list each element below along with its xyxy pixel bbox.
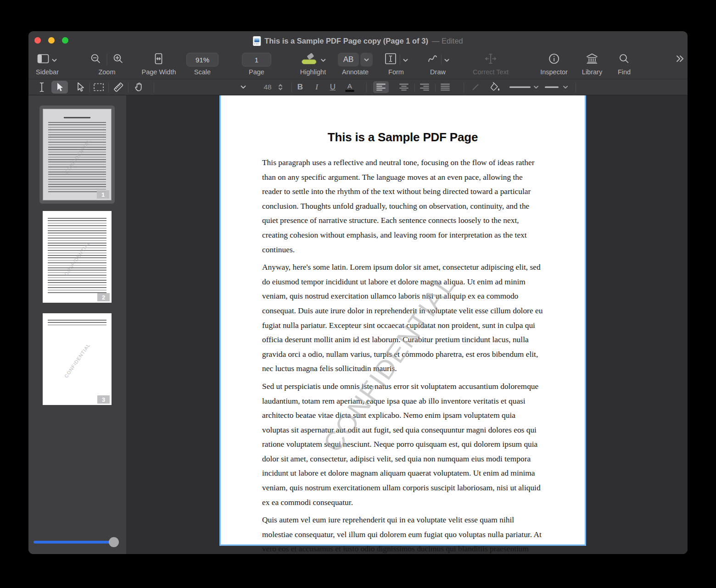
highlighter-icon[interactable]: [300, 53, 318, 67]
draw-group: Draw: [426, 51, 449, 76]
traffic-lights: [34, 37, 68, 44]
shape-divider: [464, 83, 464, 93]
document-title: This is a Sample PDF Page: [262, 130, 543, 144]
library-label: Library: [582, 68, 602, 76]
text-color-button[interactable]: A: [346, 83, 354, 92]
mini-watermark: CONFIDENTIAL: [63, 342, 91, 379]
select-tool-button-active[interactable]: [51, 81, 68, 94]
zoom-out-icon[interactable]: [90, 53, 101, 66]
fill-color-bucket-icon[interactable]: [489, 82, 500, 92]
page-number-badge: 3: [97, 395, 110, 404]
end-divider: [576, 83, 576, 93]
document-body: This paragraph uses a reflective and neu…: [262, 155, 544, 554]
underline-button[interactable]: U: [330, 83, 336, 92]
library-bank-icon[interactable]: [586, 53, 599, 67]
paragraph: Quis autem vel eum iure reprehenderit qu…: [262, 513, 544, 554]
draw-squiggle-icon[interactable]: [426, 53, 438, 66]
line-thickness-chevron-down-icon[interactable]: [534, 86, 539, 89]
zoom-in-icon[interactable]: [113, 53, 124, 66]
align-center-button[interactable]: [399, 83, 409, 91]
current-text-color-swatch: [346, 90, 354, 92]
scale-group: 91% Scale: [186, 51, 218, 76]
find-search-icon[interactable]: [619, 53, 630, 66]
line-style-chevron-down-icon[interactable]: [563, 86, 568, 89]
draw-label: Draw: [430, 68, 446, 76]
minimize-window-button[interactable]: [48, 37, 55, 44]
draw-divider: [441, 55, 442, 65]
select-outline-tool-icon[interactable]: [76, 82, 84, 92]
highlight-group: Highlight: [300, 51, 326, 76]
thumbnail-page-3[interactable]: CONFIDENTIAL 3: [43, 313, 112, 405]
thumbnail-size-slider-track[interactable]: [34, 541, 115, 544]
align-sep-2: [435, 83, 436, 92]
form-field-icon[interactable]: [384, 52, 397, 67]
align-left-button-active[interactable]: [373, 81, 389, 93]
font-size-stepper[interactable]: [278, 83, 283, 91]
italic-button[interactable]: I: [315, 83, 318, 92]
thumbnail-page-1[interactable]: CONFIDENTIAL 1: [43, 109, 112, 200]
highlight-chevron-down-icon[interactable]: [320, 55, 325, 64]
correct-text-group: Correct Text: [473, 51, 509, 76]
scale-label: Scale: [194, 68, 211, 76]
scale-value-button[interactable]: 91%: [186, 53, 218, 67]
find-group: Find: [618, 51, 631, 76]
thumbnail-page-2[interactable]: CONFIDENTIAL 2: [43, 211, 112, 303]
hand-tool-icon[interactable]: [133, 82, 144, 93]
sidebar-toggle-button[interactable]: [37, 54, 49, 66]
annotate-button[interactable]: AB: [338, 53, 359, 67]
inspector-label: Inspector: [540, 68, 568, 76]
thumbnail-sidebar: CONFIDENTIAL 1 CONFIDENTIAL 2 CONFIDENTI…: [28, 95, 126, 554]
page-number-badge: 1: [97, 190, 109, 199]
more-toolbar-items-icon[interactable]: [676, 55, 685, 64]
window-edited-status: — Edited: [432, 37, 463, 45]
annotate-label: Annotate: [342, 68, 369, 76]
ruler-tool-icon[interactable]: [112, 81, 124, 93]
zoom-label: Zoom: [98, 68, 115, 76]
bold-button[interactable]: B: [297, 83, 303, 92]
fullscreen-window-button[interactable]: [62, 37, 68, 44]
paragraph: Sed ut perspiciatis unde omnis iste natu…: [262, 379, 544, 510]
annotate-chevron-down-icon[interactable]: [360, 53, 373, 67]
stroke-style-icon: [471, 83, 480, 91]
find-label: Find: [618, 68, 631, 76]
form-label: Form: [388, 68, 404, 76]
tools-divider-2: [108, 83, 109, 93]
page-number-button[interactable]: 1: [242, 53, 271, 67]
pdf-page-1[interactable]: This is a Sample PDF Page This paragraph…: [219, 95, 586, 546]
mini-title-line: [64, 117, 90, 118]
page-group: 1 Page: [242, 51, 271, 76]
font-family-chevron-down-icon[interactable]: [241, 85, 246, 89]
form-divider: [400, 55, 400, 65]
close-window-button[interactable]: [34, 37, 41, 44]
document-canvas[interactable]: This is a Sample PDF Page This paragraph…: [126, 95, 688, 554]
correct-text-icon: [484, 53, 498, 67]
titlebar: This is a Sample PDF Page copy (Page 1 o…: [28, 31, 688, 50]
align-right-button[interactable]: [420, 83, 430, 91]
draw-chevron-down-icon[interactable]: [444, 55, 449, 64]
page-width-icon[interactable]: [154, 53, 164, 67]
sidebar-chevron-down-icon[interactable]: [52, 55, 57, 64]
zoom-divider: [107, 54, 107, 66]
document-proxy-icon[interactable]: [253, 36, 261, 46]
sidebar-label: Sidebar: [36, 68, 59, 76]
more-toolbar-group: [676, 55, 685, 64]
align-justify-button[interactable]: [440, 83, 450, 91]
markup-format-bar: 48 B I U A: [28, 79, 688, 95]
main-toolbar: Sidebar Zoom Page Width: [28, 50, 688, 79]
form-chevron-down-icon[interactable]: [403, 55, 408, 64]
page-label: Page: [249, 68, 264, 76]
line-style-sample: [545, 87, 559, 88]
sidebar-group: Sidebar: [36, 51, 59, 76]
page-number-badge: 2: [97, 293, 110, 301]
text-tool-icon[interactable]: [38, 81, 45, 93]
correct-text-label: Correct Text: [473, 68, 509, 76]
inspector-info-icon[interactable]: [548, 53, 560, 67]
mini-text-lines: [48, 320, 106, 326]
style-divider: [291, 83, 292, 93]
font-size-value[interactable]: 48: [263, 83, 271, 91]
highlight-label: Highlight: [300, 68, 326, 76]
paragraph: This paragraph uses a reflective and neu…: [262, 155, 544, 257]
paragraph: Anyway, here's some latin. Lorem ipsum d…: [262, 260, 544, 376]
rect-select-tool-icon[interactable]: [93, 83, 104, 92]
thumbnail-size-slider-knob[interactable]: [109, 537, 119, 547]
